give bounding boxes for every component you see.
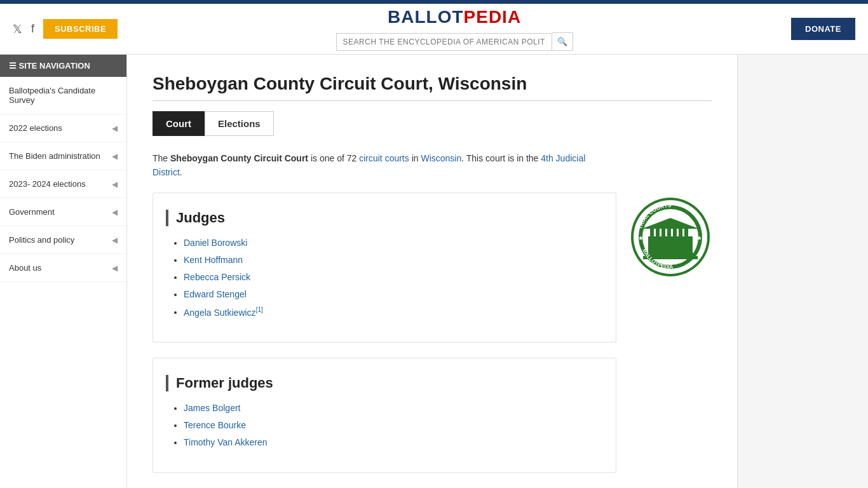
sidebar-item-label: About us: [9, 263, 41, 273]
svg-rect-6: [650, 227, 654, 240]
judge-link[interactable]: Kent Hoffmann: [184, 255, 243, 265]
sidebar-item-about-us[interactable]: About us ◀: [0, 254, 126, 282]
donate-button[interactable]: DONATE: [791, 18, 855, 40]
footnote-ref: [1]: [256, 306, 263, 313]
sidebar-item-government[interactable]: Government ◀: [0, 198, 126, 226]
chevron-right-icon: ◀: [112, 208, 118, 217]
sidebar-item-candidate-survey[interactable]: Ballotpedia's Candidate Survey: [0, 77, 126, 114]
judge-link[interactable]: Angela Sutkiewicz: [184, 307, 256, 317]
former-judges-section: Former judges James Bolgert Terence Bour…: [153, 358, 616, 473]
content-text: The Sheboygan County Circuit Court is on…: [153, 151, 616, 488]
page-title: Sheboygan County Circuit Court, Wisconsi…: [153, 74, 712, 101]
header: 𝕏 f SUBSCRIBE BALLOTPEDIA 🔍 DONATE: [0, 4, 868, 55]
wisconsin-link[interactable]: Wisconsin: [421, 153, 461, 163]
twitter-icon[interactable]: 𝕏: [13, 22, 22, 36]
svg-text:★: ★: [696, 234, 702, 241]
search-input[interactable]: [336, 33, 552, 51]
main-content: Sheboygan County Circuit Court, Wisconsi…: [127, 55, 737, 488]
list-item: Kent Hoffmann: [184, 254, 603, 267]
subscribe-button[interactable]: SUBSCRIBE: [43, 19, 118, 39]
svg-rect-8: [661, 227, 665, 240]
list-item: James Bolgert: [184, 402, 603, 415]
list-item: Rebecca Persick: [184, 271, 603, 284]
sidebar-item-politics-policy[interactable]: Politics and policy ◀: [0, 226, 126, 254]
header-right: DONATE: [791, 18, 855, 40]
svg-rect-7: [656, 227, 660, 240]
svg-rect-14: [646, 253, 695, 256]
list-item: Timothy Van Akkeren: [184, 436, 603, 449]
search-button[interactable]: 🔍: [552, 32, 573, 51]
sidebar: ☰ SITE NAVIGATION Ballotpedia's Candidat…: [0, 55, 127, 488]
svg-rect-11: [679, 227, 682, 240]
chevron-right-icon: ◀: [112, 236, 118, 245]
sidebar-item-biden-administration[interactable]: The Biden administration ◀: [0, 142, 126, 170]
content-area: The Sheboygan County Circuit Court is on…: [153, 151, 712, 488]
former-judges-heading: Former judges: [166, 375, 603, 391]
former-judge-link[interactable]: Timothy Van Akkeren: [184, 437, 268, 447]
site-navigation-header[interactable]: ☰ SITE NAVIGATION: [0, 55, 126, 77]
chevron-right-icon: ◀: [112, 124, 118, 133]
chevron-right-icon: ◀: [112, 152, 118, 161]
tab-court[interactable]: Court: [153, 111, 205, 136]
former-judge-link[interactable]: Terence Bourke: [184, 420, 246, 430]
judge-link[interactable]: Rebecca Persick: [184, 272, 250, 282]
judges-heading: Judges: [166, 210, 603, 226]
chevron-right-icon: ◀: [112, 264, 118, 273]
logo-pedia: PEDIA: [464, 7, 522, 27]
sidebar-item-label: The Biden administration: [9, 151, 100, 161]
logo-ballot: BALLOT: [388, 7, 464, 27]
svg-rect-9: [667, 227, 671, 240]
list-item: Daniel Borowski: [184, 236, 603, 250]
sidebar-item-label: Government: [9, 207, 55, 217]
sidebar-item-2022-elections[interactable]: 2022 elections ◀: [0, 114, 126, 142]
svg-rect-12: [684, 227, 688, 240]
judge-link[interactable]: Edward Stengel: [184, 289, 247, 299]
former-judge-link[interactable]: James Bolgert: [184, 403, 240, 413]
facebook-icon[interactable]: f: [31, 22, 34, 36]
judges-list: Daniel Borowski Kent Hoffmann Rebecca Pe…: [166, 236, 603, 320]
right-panel: [737, 55, 845, 488]
tabs: Court Elections: [153, 111, 712, 136]
court-name-bold: Sheboygan County Circuit Court: [170, 153, 308, 163]
header-left: 𝕏 f SUBSCRIBE: [13, 19, 118, 39]
circuit-courts-link[interactable]: circuit courts: [359, 153, 409, 163]
tab-elections[interactable]: Elections: [205, 111, 274, 136]
site-logo[interactable]: BALLOTPEDIA: [118, 7, 791, 27]
sidebar-item-label: Politics and policy: [9, 235, 74, 245]
sidebar-item-label: Ballotpedia's Candidate Survey: [9, 86, 95, 105]
court-seal-container: ★ ★ TRIAL COURTS BALLOTPEDIA: [629, 189, 712, 488]
judge-link[interactable]: Daniel Borowski: [184, 238, 247, 248]
intro-paragraph: The Sheboygan County Circuit Court is on…: [153, 151, 616, 180]
chevron-right-icon: ◀: [112, 180, 118, 189]
sidebar-item-2023-2024-elections[interactable]: 2023- 2024 elections ◀: [0, 170, 126, 198]
list-item: Edward Stengel: [184, 288, 603, 301]
judges-section: Judges Daniel Borowski Kent Hoffmann Reb…: [153, 193, 616, 343]
search-bar: 🔍: [118, 32, 791, 51]
svg-rect-4: [648, 239, 693, 253]
court-seal: ★ ★ TRIAL COURTS BALLOTPEDIA: [629, 196, 712, 278]
svg-text:★: ★: [638, 234, 644, 241]
sidebar-item-label: 2022 elections: [9, 123, 62, 133]
former-judges-list: James Bolgert Terence Bourke Timothy Van…: [166, 402, 603, 449]
layout: ☰ SITE NAVIGATION Ballotpedia's Candidat…: [0, 55, 868, 488]
list-item: Angela Sutkiewicz[1]: [184, 305, 603, 320]
header-center: BALLOTPEDIA 🔍: [118, 7, 791, 51]
sidebar-item-label: 2023- 2024 elections: [9, 179, 86, 189]
list-item: Terence Bourke: [184, 419, 603, 432]
svg-rect-10: [673, 227, 677, 240]
